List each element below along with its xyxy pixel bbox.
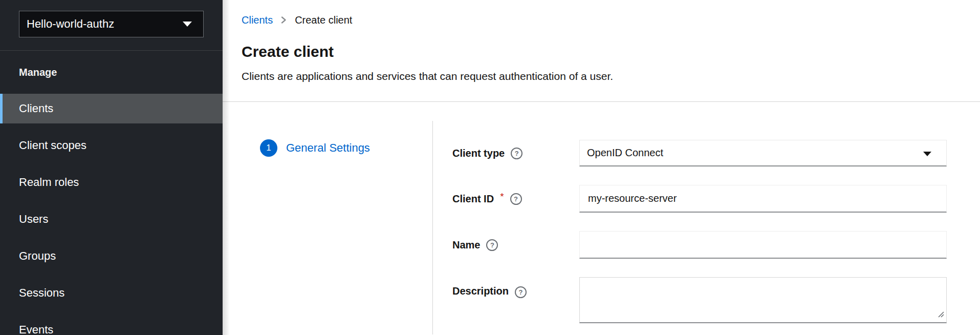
angle-right-icon [280,16,287,24]
wizard-content: Client type ? OpenID Connect Client ID [433,121,980,334]
create-client-wizard: 1 General Settings Client type ? OpenID … [223,121,980,334]
field-label-group: Client type ? [452,140,579,166]
field-label-group: Client ID * ? [452,185,579,213]
page-title: Create client [242,41,980,62]
name-label: Name [452,239,480,251]
step-number-badge: 1 [260,139,277,157]
wizard-nav: 1 General Settings [223,121,433,334]
field-row-client-type: Client type ? OpenID Connect [452,140,980,166]
sidebar-item-events[interactable]: Events [0,315,223,335]
client-id-control [579,185,947,213]
field-row-client-id: Client ID * ? [452,185,980,213]
page-header: Clients Create client Create client Clie… [223,0,980,102]
client-type-control: OpenID Connect [579,140,947,166]
breadcrumb-link-clients[interactable]: Clients [242,13,273,27]
client-type-selected-value: OpenID Connect [587,147,663,159]
help-icon[interactable]: ? [515,286,527,298]
name-input[interactable] [579,231,947,259]
realm-selector[interactable]: Hello-world-authz [19,11,204,37]
client-type-select[interactable]: OpenID Connect [579,140,947,166]
client-id-input[interactable] [579,185,947,213]
help-icon[interactable]: ? [511,148,522,159]
page-description: Clients are applications and services th… [242,69,980,84]
main-content: Clients Create client Create client Clie… [223,0,980,335]
nav-group-title: Manage [0,66,223,79]
chevron-down-icon [183,22,192,27]
description-label: Description [452,285,509,297]
description-textarea[interactable] [579,277,947,323]
sidebar-divider [0,50,223,51]
step-label: General Settings [286,141,370,155]
breadcrumb-current: Create client [295,13,352,27]
field-row-description: Description ? [452,277,980,323]
field-row-name: Name ? [452,231,980,259]
required-indicator: * [500,191,504,202]
app-window: Hello-world-authz Manage Clients Client … [0,0,980,335]
client-type-label: Client type [452,148,505,159]
help-icon[interactable]: ? [486,239,498,251]
sidebar-nav: Clients Client scopes Realm roles Users … [0,94,223,335]
breadcrumb: Clients Create client [242,0,980,27]
wizard-step-general-settings[interactable]: 1 General Settings [260,139,432,157]
sidebar: Hello-world-authz Manage Clients Client … [0,0,223,335]
name-control [579,231,947,259]
sidebar-item-clients[interactable]: Clients [0,94,223,123]
field-label-group: Description ? [452,277,579,298]
description-control [579,277,947,323]
caret-down-icon [923,152,931,156]
client-id-label: Client ID [452,193,494,205]
help-icon[interactable]: ? [510,193,522,205]
field-label-group: Name ? [452,231,579,259]
sidebar-item-client-scopes[interactable]: Client scopes [0,131,223,160]
sidebar-item-sessions[interactable]: Sessions [0,278,223,308]
resize-handle[interactable] [938,311,945,320]
sidebar-item-groups[interactable]: Groups [0,241,223,271]
realm-name: Hello-world-authz [27,17,114,31]
sidebar-item-users[interactable]: Users [0,204,223,234]
sidebar-item-realm-roles[interactable]: Realm roles [0,168,223,197]
